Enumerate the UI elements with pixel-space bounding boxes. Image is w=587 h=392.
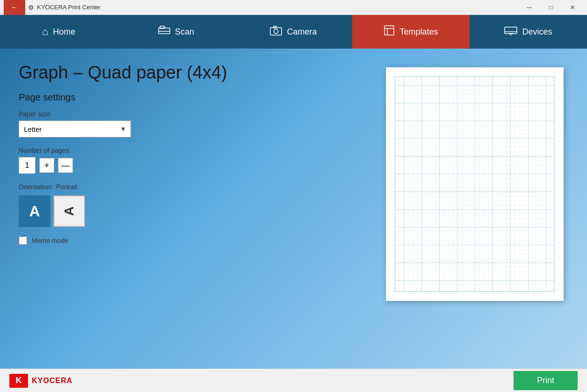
- footer: K KYOCERA Print: [0, 369, 587, 392]
- svg-rect-15: [395, 77, 554, 292]
- svg-rect-0: [159, 28, 170, 34]
- portrait-button[interactable]: A: [19, 195, 51, 227]
- camera-icon: [270, 25, 282, 38]
- orientation-buttons: A A: [19, 195, 367, 227]
- nav-item-home[interactable]: ⌂ Home: [0, 15, 117, 49]
- nav-label-camera: Camera: [287, 27, 317, 37]
- nav-label-devices: Devices: [522, 27, 552, 37]
- templates-icon: [384, 25, 395, 39]
- orientation-section: Orientation: Portrait A A: [19, 183, 367, 227]
- memo-mode-checkbox[interactable]: [19, 236, 27, 245]
- paper-size-wrapper: Letter A4 Legal A3 ▼: [19, 121, 131, 137]
- memo-mode-row: Memo mode: [19, 236, 367, 245]
- increment-button[interactable]: +: [39, 158, 54, 173]
- nav-item-camera[interactable]: Camera: [235, 15, 352, 49]
- print-button[interactable]: Print: [514, 371, 578, 390]
- svg-rect-9: [505, 27, 517, 34]
- decrement-button[interactable]: —: [58, 158, 73, 173]
- svg-rect-5: [274, 26, 276, 28]
- page-title: Graph – Quad paper (4x4): [19, 63, 367, 83]
- num-pages-row: 1 + —: [19, 157, 367, 174]
- landscape-letter: A: [62, 207, 77, 216]
- devices-icon: [504, 25, 517, 38]
- nav-item-scan[interactable]: Scan: [117, 15, 235, 49]
- nav-label-templates: Templates: [399, 27, 438, 37]
- graph-paper-svg: [386, 67, 564, 301]
- paper-preview: [386, 67, 564, 301]
- num-pages-value: 1: [19, 157, 36, 174]
- nav-label-home: Home: [53, 27, 75, 37]
- nav-label-scan: Scan: [175, 27, 194, 37]
- kyocera-logo: K KYOCERA: [9, 374, 72, 388]
- paper-size-select[interactable]: Letter A4 Legal A3: [19, 121, 131, 137]
- page-settings-section: Page settings Paper size: Letter A4 Lega…: [19, 92, 367, 245]
- app-title: KYOCERA Print Center: [37, 4, 101, 11]
- right-panel: [381, 63, 568, 355]
- nav-item-templates[interactable]: Templates: [352, 15, 470, 49]
- titlebar: ← ⚙ KYOCERA Print Center — □ ✕: [0, 0, 587, 15]
- svg-rect-3: [270, 28, 282, 35]
- minimize-button[interactable]: —: [519, 0, 540, 15]
- paper-size-label: Paper size:: [19, 110, 367, 118]
- orientation-label-row: Orientation: Portrait: [19, 183, 367, 191]
- scan-icon: [158, 25, 170, 38]
- titlebar-controls: — □ ✕: [519, 0, 583, 15]
- nav-item-devices[interactable]: Devices: [470, 15, 587, 49]
- svg-rect-6: [384, 26, 394, 35]
- main-content: Graph – Quad paper (4x4) Page settings P…: [0, 49, 587, 369]
- titlebar-left: ← ⚙ KYOCERA Print Center: [4, 0, 101, 15]
- orientation-value: Portrait: [56, 183, 77, 191]
- orientation-label: Orientation:: [19, 183, 52, 191]
- maximize-button[interactable]: □: [540, 0, 562, 15]
- kyocera-k-badge: K: [9, 374, 28, 388]
- gear-icon: ⚙: [28, 4, 34, 11]
- left-panel: Graph – Quad paper (4x4) Page settings P…: [19, 63, 367, 355]
- navbar: ⌂ Home Scan Camera: [0, 15, 587, 49]
- back-button[interactable]: ←: [4, 0, 25, 15]
- home-icon: ⌂: [42, 26, 48, 38]
- num-pages-label: Number of pages:: [19, 147, 367, 154]
- svg-point-4: [274, 29, 278, 34]
- kyocera-brand-text: KYOCERA: [32, 377, 72, 385]
- section-title: Page settings: [19, 92, 367, 103]
- landscape-button[interactable]: A: [53, 195, 85, 227]
- memo-mode-label: Memo mode: [32, 237, 68, 244]
- svg-rect-1: [160, 26, 165, 29]
- close-button[interactable]: ✕: [562, 0, 583, 15]
